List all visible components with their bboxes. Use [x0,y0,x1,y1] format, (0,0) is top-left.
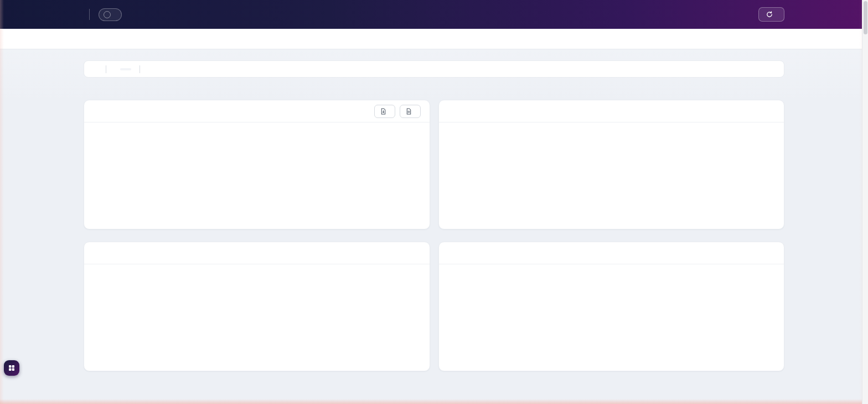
file-types-chart [84,264,430,371]
document-status-chart [439,122,784,229]
grid-icon [8,365,15,371]
case-info-bar [84,60,784,78]
reporting-page [0,0,868,404]
legend-dot [626,172,632,178]
file-download-icon [380,108,386,115]
legend-item-completed[interactable] [271,172,286,178]
status-badge [120,68,131,70]
size-distribution-chart [439,264,784,371]
app-header [0,0,868,29]
legend-dot [271,172,277,178]
scrollbar [862,0,868,404]
refresh-icon [766,11,773,18]
panel-document-status [438,100,785,229]
batch-health-chart [84,122,430,229]
tab-bar [0,29,868,49]
panel-document-size-distribution [438,242,785,371]
divider [140,65,140,73]
legend-item-ready[interactable] [626,172,642,178]
divider [106,65,106,73]
header-divider [89,9,90,20]
donut-segment-ready[interactable] [551,176,567,178]
pdf-export-button[interactable] [400,105,421,118]
panel-top-file-types [84,242,430,371]
chevron-left-icon [104,11,111,18]
back-button[interactable] [99,8,122,21]
donut-segment-completed[interactable] [197,176,213,178]
scrollbar-thumb[interactable] [864,1,867,34]
file-text-icon [406,108,412,115]
refresh-button[interactable] [758,7,784,22]
csv-export-button[interactable] [374,105,395,118]
floating-apps-button[interactable] [4,360,19,376]
panel-processing-batch-health [84,100,430,229]
